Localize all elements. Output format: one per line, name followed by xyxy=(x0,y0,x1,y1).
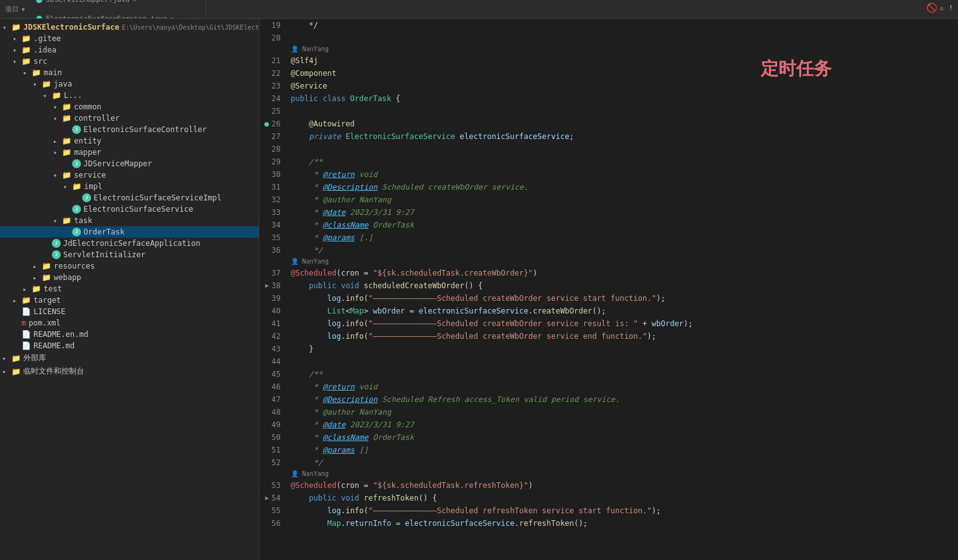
line-num-text-26: 43 xyxy=(271,343,280,355)
span-22-3: ( xyxy=(364,292,368,305)
line-num-row-29: 46 xyxy=(264,380,281,393)
span-40-2: returnInfo xyxy=(345,517,391,530)
tree-item-28[interactable]: ▾📄README.md xyxy=(0,340,259,351)
tree-item-17[interactable]: ▾📁task xyxy=(0,215,259,226)
span-9-4: ; xyxy=(569,130,574,143)
code-line-29: * @return void xyxy=(291,380,953,393)
chevron-3: ▾ xyxy=(13,58,21,65)
tree-item-12[interactable]: ▾JJDServiceMapper xyxy=(0,158,259,169)
code-line-25: log.info("——————————————Scheduled create… xyxy=(291,330,953,343)
item-label-19: JdElectronicSerfaceApplication xyxy=(63,239,200,248)
folder-icon-14: 📁 xyxy=(72,182,82,191)
line-num-text-0: 19 xyxy=(271,19,280,32)
item-label-15: ElectronicSurfaceServiceImpl xyxy=(94,193,221,202)
code-line-26: } xyxy=(291,343,953,355)
span-32-2: 2023/3/31 9:27 xyxy=(345,418,414,431)
tab-close-2[interactable]: × xyxy=(133,0,137,3)
tree-item-16[interactable]: ▾JElectronicSurfaceService xyxy=(0,204,259,215)
tree-item-3[interactable]: ▾📁src xyxy=(0,56,259,67)
tree-item-10[interactable]: ▸📁entity xyxy=(0,135,259,147)
tree-item-24[interactable]: ▸📁target xyxy=(0,295,259,306)
code-line-5: @Service xyxy=(291,80,953,92)
chevron-0: ▾ xyxy=(3,24,11,31)
tree-item-14[interactable]: ▾📁impl xyxy=(0,181,259,192)
tree-item-18[interactable]: ▾JOrderTask xyxy=(0,226,259,238)
tree-item-0[interactable]: ▾📁JDSKElectronicSurfaceE:\Users\nanya\De… xyxy=(0,21,259,33)
sidebar[interactable]: ▾📁JDSKElectronicSurfaceE:\Users\nanya\De… xyxy=(0,19,259,560)
span-23-2: Map xyxy=(350,305,364,317)
line-num-row-35: 52 xyxy=(264,456,281,469)
tree-item-7[interactable]: ▾📁common xyxy=(0,101,259,113)
tree-item-1[interactable]: ▾📁.gitee xyxy=(0,33,259,44)
line-num-text-1: 20 xyxy=(271,32,280,44)
line-num-row-0: 19 xyxy=(264,19,281,32)
tree-item-27[interactable]: ▾📄README.en.md xyxy=(0,329,259,340)
tab-3[interactable]: ElectronicSurfaceService.java × xyxy=(30,9,206,20)
tree-item-29[interactable]: ▸📁外部库 xyxy=(0,351,259,365)
code-container[interactable]: 19202122232425●262728293031323334353637▶… xyxy=(259,19,958,560)
tab-bar[interactable]: 项目▼ JdElectronicSerfaceApplication.java … xyxy=(0,0,958,19)
code-line-24: log.info("——————————————Scheduled create… xyxy=(291,317,953,330)
tree-item-2[interactable]: ▾📁.idea xyxy=(0,44,259,56)
folder-icon-13: 📁 xyxy=(62,171,71,180)
chevron-21: ▸ xyxy=(33,263,42,270)
code-line-6: public class OrderTask { xyxy=(291,92,953,105)
span-40-1: . xyxy=(341,517,345,530)
folder-icon-21: 📁 xyxy=(42,262,51,271)
line-num-row-24: 41 xyxy=(264,317,281,330)
item-label-12: JDServiceMapper xyxy=(83,159,152,168)
line-num-text-3: 21 xyxy=(271,54,280,67)
tree-item-6[interactable]: ▾📁L... xyxy=(0,90,259,101)
md-icon-27: 📄 xyxy=(21,330,31,339)
line-num-row-19 xyxy=(264,257,281,267)
line-num-row-36 xyxy=(264,469,281,479)
tree-item-8[interactable]: ▾📁controller xyxy=(0,113,259,124)
span-9-2 xyxy=(455,130,460,143)
span-26-0: } xyxy=(291,343,314,355)
line-num-text-31: 48 xyxy=(271,406,280,418)
tree-item-19[interactable]: ▾JJdElectronicSerfaceApplication xyxy=(0,238,259,249)
line-num-row-5: 23 xyxy=(264,80,281,92)
item-label-26: pom.xml xyxy=(28,319,61,327)
tab-2[interactable]: JDServiceMapper.java × xyxy=(30,0,206,9)
tree-item-15[interactable]: ▾JElectronicSurfaceServiceImpl xyxy=(0,192,259,204)
span-40-7: (); xyxy=(574,517,588,530)
tree-item-11[interactable]: ▾📁mapper xyxy=(0,147,259,158)
tree-item-26[interactable]: ▾mpom.xml xyxy=(0,317,259,329)
span-31-0: * xyxy=(291,406,323,418)
chevron-13: ▾ xyxy=(53,172,62,179)
chevron-spacer-19: ▾ xyxy=(43,240,52,247)
tree-item-30[interactable]: ▸📁临时文件和控制台 xyxy=(0,365,259,378)
code-line-15: * @date 2023/3/31 9:27 xyxy=(291,206,953,219)
line-num-row-17: 35 xyxy=(264,231,281,244)
line-num-row-15: 33 xyxy=(264,206,281,219)
line-num-row-7: 25 xyxy=(264,105,281,118)
span-9-0: private xyxy=(291,130,346,143)
warning-badge: 🚫 ⚠ ! xyxy=(921,0,958,15)
span-37-0: @Scheduled xyxy=(291,479,336,492)
tree-item-13[interactable]: ▾📁service xyxy=(0,169,259,181)
span-25-0: log xyxy=(291,330,341,343)
tree-item-20[interactable]: ▾JServletInitializer xyxy=(0,249,259,260)
tree-item-23[interactable]: ▸📁test xyxy=(0,283,259,295)
tree-item-22[interactable]: ▸📁webapp xyxy=(0,272,259,283)
chevron-4: ▾ xyxy=(23,70,32,76)
item-label-11: mapper xyxy=(74,148,101,157)
line-num-text-6: 24 xyxy=(271,92,280,105)
item-label-16: ElectronicSurfaceService xyxy=(83,205,193,214)
item-label-30: 临时文件和控制台 xyxy=(23,366,84,377)
span-34-2: [] xyxy=(355,444,369,456)
tree-item-5[interactable]: ▾📁java xyxy=(0,78,259,90)
gutter-arrow-38[interactable]: ▶ xyxy=(265,492,269,504)
gutter-arrow-21[interactable]: ▶ xyxy=(265,279,269,292)
tree-item-4[interactable]: ▾📁main xyxy=(0,67,259,78)
line-num-row-28: 45 xyxy=(264,368,281,380)
item-path-0: E:\Users\nanya\Desktop\Git\JDSKElectroni… xyxy=(122,24,259,31)
tree-item-25[interactable]: ▾📄LICENSE xyxy=(0,306,259,317)
main-layout: ▾📁JDSKElectronicSurfaceE:\Users\nanya\De… xyxy=(0,19,958,560)
line-num-text-34: 51 xyxy=(271,444,280,456)
folder-icon-2: 📁 xyxy=(21,46,31,54)
tree-item-21[interactable]: ▸📁resources xyxy=(0,260,259,272)
tree-item-9[interactable]: ▾JElectronicSurfaceController xyxy=(0,124,259,135)
chevron-2: ▾ xyxy=(13,47,21,54)
